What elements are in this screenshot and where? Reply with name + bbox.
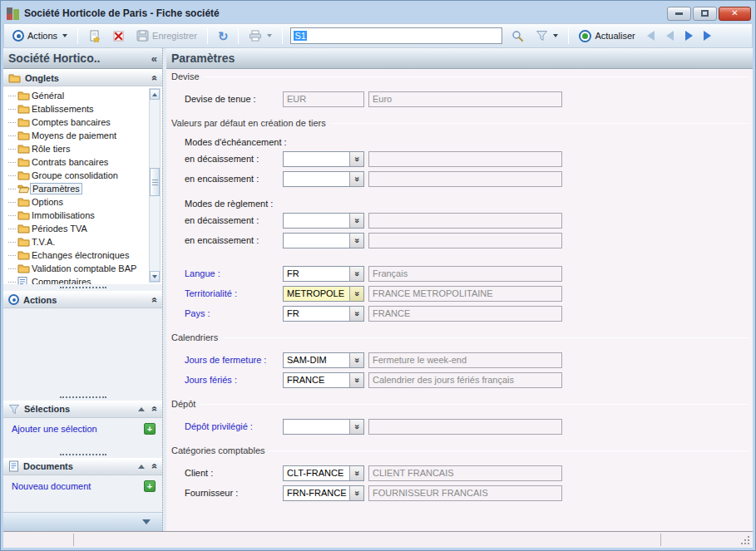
combo-pays[interactable]: FR»	[283, 306, 364, 322]
actions-menu-button[interactable]: Actions	[7, 26, 72, 46]
combo-value[interactable]: FRN-FRANCE	[284, 486, 349, 500]
maximize-button[interactable]	[693, 7, 717, 21]
combo-dropdown-button[interactable]: »	[349, 172, 363, 186]
combo-dropdown-button[interactable]: »	[349, 466, 363, 480]
combo-dropdown-button[interactable]: »	[349, 214, 363, 228]
tree-item-parametres[interactable]: Paramètres	[8, 182, 149, 195]
combo-fournisseur[interactable]: FRN-FRANCE»	[283, 485, 364, 501]
combo-value[interactable]	[284, 172, 349, 186]
combo-dropdown-button[interactable]: »	[349, 267, 363, 281]
new-document-link[interactable]: Nouveau document	[12, 481, 91, 491]
combo-value[interactable]	[284, 152, 349, 166]
combo-value[interactable]: FRANCE	[284, 373, 349, 387]
combo-en-encaissement[interactable]: »	[283, 233, 364, 248]
collapse-section-icon[interactable]: »	[150, 464, 160, 470]
tree-item-immobilisations[interactable]: Immobilisations	[8, 209, 149, 222]
collapse-sidebar-button[interactable]: «	[151, 52, 157, 65]
field-label[interactable]: Pays :	[185, 308, 283, 318]
scrollbar-thumb[interactable]	[150, 168, 160, 196]
tree-item-validation-comptable-bap[interactable]: Validation comptable BAP	[8, 262, 149, 275]
new-document-plus-button[interactable]: +	[144, 480, 156, 492]
combo-langue[interactable]: FR»	[283, 266, 364, 282]
combo-dropdown-button[interactable]: »	[349, 287, 363, 301]
collapse-section-icon[interactable]: »	[150, 297, 160, 303]
tree-item-options[interactable]: Options	[8, 195, 149, 209]
record-search-input[interactable]: S1	[290, 27, 502, 44]
delete-record-button[interactable]	[107, 26, 130, 46]
add-selection-plus-button[interactable]: +	[144, 423, 156, 435]
field-label[interactable]: Jours de fermeture :	[185, 355, 283, 365]
combo-client[interactable]: CLT-FRANCE»	[283, 465, 364, 481]
print-button[interactable]	[244, 26, 277, 46]
tree-scrollbar[interactable]	[149, 88, 161, 283]
section-header-actions[interactable]: Actions »	[3, 291, 162, 308]
collapse-section-icon[interactable]: »	[150, 75, 160, 81]
tree-item-groupe-consolidation[interactable]: Groupe consolidation	[8, 169, 149, 182]
combo-dropdown-button[interactable]: »	[349, 152, 363, 166]
minimize-button[interactable]	[667, 7, 691, 21]
tree-item-moyens-de-paiement[interactable]: Moyens de paiement	[8, 129, 149, 142]
tree-item-contrats-bancaires[interactable]: Contrats bancaires	[8, 155, 149, 169]
combo-value[interactable]	[284, 234, 349, 248]
field-label[interactable]: Jours fériés :	[185, 375, 283, 385]
tree-item-etablissements[interactable]: Etablissements	[8, 102, 149, 116]
tree-item-t-v-a[interactable]: T.V.A.	[8, 235, 149, 248]
tree-item-label: Contrats bancaires	[30, 157, 110, 167]
combo-dropdown-button[interactable]: »	[349, 373, 363, 387]
combo-dropdown-button[interactable]: »	[349, 307, 363, 321]
combo-value[interactable]: FR	[284, 267, 349, 281]
combo-jours-feries[interactable]: FRANCE»	[283, 372, 364, 388]
combo-dropdown-button[interactable]: »	[349, 234, 363, 248]
search-button[interactable]	[506, 26, 529, 46]
tree-item-comptes-bancaires[interactable]: Comptes bancaires	[8, 116, 149, 129]
filter-button[interactable]	[531, 26, 563, 46]
nav-prev-button[interactable]	[661, 27, 679, 45]
tree-item-commentaires[interactable]: Commentaires	[8, 275, 149, 284]
horizontal-splitter[interactable]	[3, 394, 162, 401]
field-label[interactable]: Dépôt privilégié :	[185, 421, 283, 431]
combo-dropdown-button[interactable]: »	[349, 353, 363, 367]
actualiser-button[interactable]: Actualiser	[574, 26, 640, 46]
resize-grip[interactable]	[748, 543, 749, 544]
combo-territorialite[interactable]: METROPOLE»	[283, 286, 364, 302]
combo-value[interactable]: FR	[284, 307, 349, 321]
section-header-documents[interactable]: Documents »	[3, 458, 162, 475]
section-header-onglets[interactable]: Onglets »	[3, 69, 162, 86]
combo-value[interactable]: CLT-FRANCE	[284, 466, 349, 480]
scroll-up-icon[interactable]	[138, 465, 145, 469]
save-button[interactable]: Enregistrer	[131, 26, 202, 46]
tree-item-periodes-tva[interactable]: Périodes TVA	[8, 222, 149, 235]
nav-next-button[interactable]	[680, 27, 698, 45]
horizontal-splitter[interactable]	[3, 284, 162, 291]
scroll-up-icon[interactable]	[138, 407, 145, 411]
combo-value[interactable]	[284, 214, 349, 228]
section-header-selections[interactable]: Sélections »	[3, 401, 162, 418]
horizontal-splitter[interactable]	[3, 451, 162, 458]
refresh-button[interactable]: ↻	[213, 26, 234, 46]
combo-jours-de-fermeture[interactable]: SAM-DIM»	[283, 352, 364, 368]
close-button[interactable]: ✕	[719, 7, 751, 21]
tree-item-echanges-electroniques[interactable]: Echanges électroniques	[8, 248, 149, 262]
scroll-up-button[interactable]	[150, 89, 160, 100]
field-label[interactable]: Langue :	[185, 268, 283, 278]
combo-depot-privilegie[interactable]: »	[283, 419, 364, 435]
description-field-depot-privilegie	[368, 419, 562, 435]
scroll-down-button[interactable]	[150, 271, 160, 282]
nav-last-button[interactable]	[699, 27, 717, 45]
tree-item-role-tiers[interactable]: Rôle tiers	[8, 142, 149, 155]
field-label[interactable]: Territorialité :	[185, 288, 283, 298]
combo-value[interactable]: SAM-DIM	[284, 353, 349, 367]
combo-dropdown-button[interactable]: »	[349, 420, 363, 434]
sidebar-collapse-bar[interactable]	[3, 512, 162, 531]
combo-en-decaissement[interactable]: »	[283, 213, 364, 229]
combo-value[interactable]	[284, 420, 349, 434]
add-selection-link[interactable]: Ajouter une sélection	[12, 424, 97, 434]
new-record-button[interactable]	[83, 26, 106, 46]
nav-first-button[interactable]	[642, 27, 660, 45]
combo-en-encaissement[interactable]: »	[283, 171, 364, 187]
collapse-section-icon[interactable]: »	[150, 406, 160, 412]
combo-dropdown-button[interactable]: »	[349, 486, 363, 500]
tree-item-general[interactable]: Général	[8, 89, 149, 102]
combo-en-decaissement[interactable]: »	[283, 151, 364, 167]
combo-value[interactable]: METROPOLE	[284, 287, 349, 301]
